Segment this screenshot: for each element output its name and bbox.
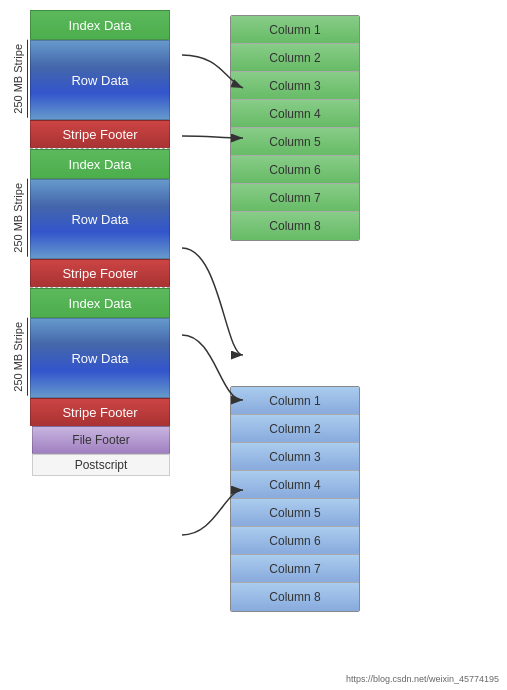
stripe-blocks-2: Index Data Row Data Stripe Footer	[30, 149, 170, 287]
col-4-g2: Column 4	[231, 471, 359, 499]
file-footer-block: File Footer	[32, 426, 170, 454]
row-data-3: Row Data	[30, 318, 170, 398]
row-data-1: Row Data	[30, 40, 170, 120]
row-data-2: Row Data	[30, 179, 170, 259]
stripe-label-2: 250 MB Stripe	[10, 179, 28, 257]
file-footer-group: File Footer Postscript	[10, 426, 170, 476]
extra-blocks: File Footer Postscript	[32, 426, 170, 476]
col-6-g2: Column 6	[231, 527, 359, 555]
col-8-g1: Column 8	[231, 212, 359, 240]
left-section: 250 MB Stripe Index Data Row Data Stripe…	[10, 10, 170, 680]
col-6-g1: Column 6	[231, 156, 359, 184]
col-3-g2: Column 3	[231, 443, 359, 471]
col-3-g1: Column 3	[231, 72, 359, 100]
watermark: https://blog.csdn.net/weixin_45774195	[346, 674, 499, 684]
stripe-group-3: 250 MB Stripe Index Data Row Data Stripe…	[10, 288, 170, 426]
stripe-group-1: 250 MB Stripe Index Data Row Data Stripe…	[10, 10, 170, 148]
stripe-footer-3: Stripe Footer	[30, 398, 170, 426]
stripe-footer-1: Stripe Footer	[30, 120, 170, 148]
col-2-g1: Column 2	[231, 44, 359, 72]
col-7-g1: Column 7	[231, 184, 359, 212]
stripe-footer-2: Stripe Footer	[30, 259, 170, 287]
col-1-g2: Column 1	[231, 387, 359, 415]
stripe-label-1: 250 MB Stripe	[10, 40, 28, 118]
index-data-3: Index Data	[30, 288, 170, 318]
stripes-column: 250 MB Stripe Index Data Row Data Stripe…	[10, 10, 170, 476]
stripe-group-2: 250 MB Stripe Index Data Row Data Stripe…	[10, 149, 170, 287]
index-data-2: Index Data	[30, 149, 170, 179]
col-5-g2: Column 5	[231, 499, 359, 527]
right-section: Column 1 Column 2 Column 3 Column 4 Colu…	[230, 10, 360, 680]
col-1-g1: Column 1	[231, 16, 359, 44]
stripe-blocks-3: Index Data Row Data Stripe Footer	[30, 288, 170, 426]
index-data-1: Index Data	[30, 10, 170, 40]
col-2-g2: Column 2	[231, 415, 359, 443]
col-7-g2: Column 7	[231, 555, 359, 583]
postscript-block: Postscript	[32, 454, 170, 476]
column-group-2: Column 1 Column 2 Column 3 Column 4 Colu…	[230, 386, 360, 612]
col-5-g1: Column 5	[231, 128, 359, 156]
stripe-label-3: 250 MB Stripe	[10, 318, 28, 396]
stripe-blocks-1: Index Data Row Data Stripe Footer	[30, 10, 170, 148]
col-8-g2: Column 8	[231, 583, 359, 611]
col-4-g1: Column 4	[231, 100, 359, 128]
main-container: 250 MB Stripe Index Data Row Data Stripe…	[0, 0, 507, 690]
column-group-1: Column 1 Column 2 Column 3 Column 4 Colu…	[230, 15, 360, 241]
